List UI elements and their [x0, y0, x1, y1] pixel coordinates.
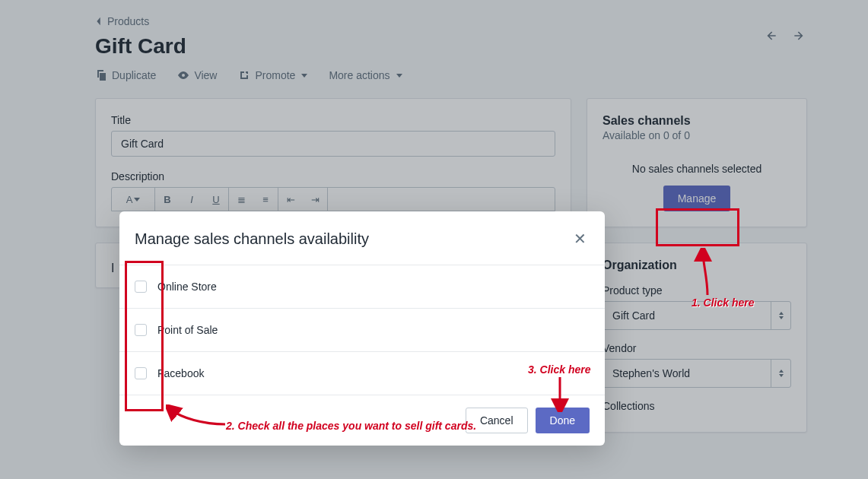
modal-title: Manage sales channels availability — [135, 230, 369, 248]
modal-sales-channels: Manage sales channels availability ✕ Onl… — [119, 211, 605, 446]
channel-label: Facebook — [157, 367, 204, 379]
modal-header: Manage sales channels availability ✕ — [119, 211, 605, 265]
channel-row-online-store[interactable]: Online Store — [119, 265, 605, 308]
modal-footer: Cancel Done — [119, 395, 605, 446]
checkbox-facebook[interactable] — [135, 367, 147, 379]
close-icon[interactable]: ✕ — [571, 227, 590, 251]
channel-row-point-of-sale[interactable]: Point of Sale — [119, 308, 605, 351]
channel-row-facebook[interactable]: Facebook — [119, 351, 605, 395]
checkbox-point-of-sale[interactable] — [135, 324, 147, 336]
cancel-button[interactable]: Cancel — [466, 408, 528, 433]
checkbox-online-store[interactable] — [135, 281, 147, 293]
channel-label: Online Store — [157, 281, 217, 293]
done-button[interactable]: Done — [536, 408, 590, 433]
channel-label: Point of Sale — [157, 324, 218, 336]
